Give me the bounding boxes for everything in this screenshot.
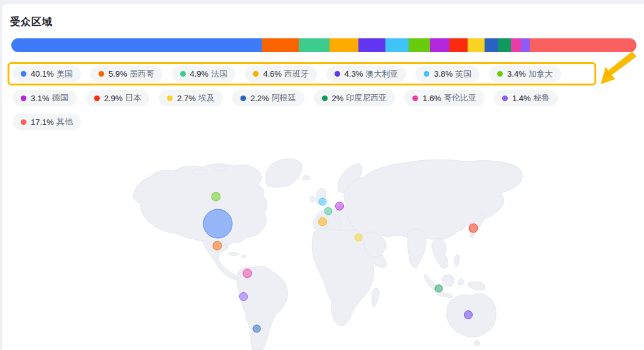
map-bubble-layer <box>203 192 478 332</box>
map-bubble[interactable] <box>243 269 252 278</box>
map-bubble[interactable] <box>203 209 232 238</box>
audience-region-panel: { "page": { "title": "受众区域" }, "chart_da… <box>0 0 644 350</box>
map-bubble[interactable] <box>253 325 260 332</box>
map-bubble[interactable] <box>319 198 326 205</box>
annotation-arrow-icon <box>601 52 636 84</box>
world-map-landmass <box>133 158 522 350</box>
map-bubble[interactable] <box>240 293 248 301</box>
world-map <box>0 0 644 350</box>
map-bubble[interactable] <box>325 207 332 215</box>
map-bubble[interactable] <box>212 192 220 201</box>
map-bubble[interactable] <box>336 202 344 211</box>
map-bubble[interactable] <box>319 218 327 226</box>
map-bubble[interactable] <box>464 311 473 319</box>
map-bubble[interactable] <box>469 224 478 232</box>
map-bubble[interactable] <box>435 285 443 292</box>
map-bubble[interactable] <box>213 241 222 250</box>
map-bubble[interactable] <box>355 234 362 241</box>
